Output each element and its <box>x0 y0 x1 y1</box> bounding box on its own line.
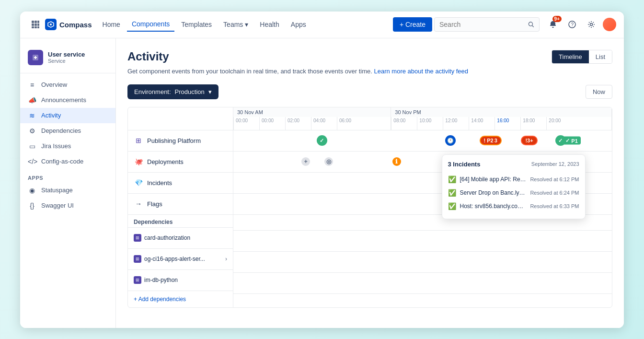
app-logo[interactable]: Compass <box>45 19 92 30</box>
timeline-labels: ⊞ Publishing Platform 🐙 Deployments 💎 In… <box>128 107 233 307</box>
event-deploy-add[interactable]: + <box>301 157 310 166</box>
gear-icon <box>587 21 595 28</box>
am-period-label: 30 Nov AM <box>233 107 391 117</box>
tooltip-item-2[interactable]: ✅ Server Drop on Banc.ly Fr... Resolved … <box>448 186 579 199</box>
svg-point-9 <box>50 23 52 25</box>
tick-1600: 16:00 <box>494 117 520 130</box>
nav-teams[interactable]: Teams ▾ <box>218 18 253 31</box>
nav-icons: 9+ ? <box>545 17 616 32</box>
settings-button[interactable] <box>584 17 599 32</box>
flags-icon: → <box>134 200 143 208</box>
svg-rect-5 <box>37 23 39 26</box>
top-nav: Compass Home Components Templates Teams … <box>20 12 624 38</box>
nav-templates[interactable]: Templates <box>176 18 217 31</box>
dep-og-label[interactable]: ⊞ og-ci16-apps-alert-ser... › <box>128 249 233 270</box>
learn-more-link[interactable]: Learn more about the activity feed <box>374 68 468 75</box>
p1-label: P1 <box>571 138 577 143</box>
svg-rect-7 <box>34 26 37 28</box>
sidebar-item-statuspage[interactable]: ◉ Statuspage <box>20 183 115 198</box>
pm-period-label: 30 Nov PM <box>391 107 611 117</box>
search-icon <box>528 21 534 28</box>
svg-rect-1 <box>34 21 37 23</box>
incidents-tooltip: 3 Incidents September 12, 2023 ✅ [64] Mo… <box>442 154 586 219</box>
event-incidents-badge[interactable]: !3+ <box>521 136 537 145</box>
swagger-icon: {} <box>28 202 36 210</box>
service-type: Service <box>48 58 85 64</box>
sidebar-item-dependencies[interactable]: ⚙ Dependencies <box>20 123 115 139</box>
timeline-rows: ✓ 🕐 ! P2 3 !3+ ✓ <box>233 130 612 294</box>
sidebar-item-activity[interactable]: ≋ Activity <box>20 108 115 123</box>
tick-1400: 14:00 <box>469 117 494 130</box>
timeline-header: 30 Nov AM 00:00 00:00 02:00 04:00 06:00 <box>233 107 612 130</box>
help-button[interactable]: ? <box>564 17 580 32</box>
sidebar-item-overview[interactable]: ≡ Overview <box>20 77 115 93</box>
tooltip-item-3[interactable]: ✅ Host: srv856.bancly.com... Resolved at… <box>448 199 579 213</box>
tooltip-date: September 12, 2023 <box>531 161 579 167</box>
notification-badge: 9+ <box>552 16 562 22</box>
dep-im-db-icon: ⊞ <box>134 276 141 284</box>
jira-icon: ▭ <box>28 142 36 150</box>
notification-bell-button[interactable]: 9+ <box>545 17 561 32</box>
nav-health[interactable]: Health <box>255 18 284 31</box>
now-button[interactable]: Now <box>586 85 612 99</box>
tick-0200: 02:00 <box>285 117 311 130</box>
dep-og-icon: ⊞ <box>134 255 141 263</box>
env-row: Environment: Production ▾ Now <box>127 84 612 99</box>
dep-card-auth-icon: ⊞ <box>134 234 141 242</box>
event-green-check-1[interactable]: ✓ <box>317 135 327 146</box>
incident-resolved-1: Resolved at 6:12 PM <box>530 176 579 182</box>
svg-rect-8 <box>37 26 39 28</box>
dep-card-auth-label[interactable]: ⊞ card-authorization <box>128 228 233 249</box>
tick-2000: 20:00 <box>546 117 572 130</box>
dep-arrow-icon: › <box>225 256 227 262</box>
publishing-platform-row: ✓ 🕐 ! P2 3 !3+ ✓ <box>233 130 612 152</box>
tooltip-item-1[interactable]: ✅ [64] Mobile app API: Requ... Resolved … <box>448 173 579 186</box>
add-dependencies-button[interactable]: + Add dependencies <box>128 291 233 307</box>
deployments-label[interactable]: 🐙 Deployments <box>128 152 233 173</box>
p2-label: ! P2 <box>484 138 494 143</box>
nav-components[interactable]: Components <box>127 17 174 32</box>
event-p2-badge[interactable]: ! P2 3 <box>480 136 502 145</box>
sidebar-item-config[interactable]: </> Config-as-code <box>20 154 115 169</box>
avatar[interactable] <box>603 18 616 31</box>
logo-icon <box>45 19 57 30</box>
svg-text:?: ? <box>571 22 574 27</box>
event-deploy-info[interactable]: ℹ <box>392 157 401 166</box>
sidebar-item-jira-issues[interactable]: ▭ Jira Issues <box>20 139 115 154</box>
incident-resolved-2: Resolved at 6:24 PM <box>530 190 579 196</box>
content-area: Activity Timeline List Get component eve… <box>116 38 624 328</box>
sidebar-item-announcements[interactable]: 📣 Announcements <box>20 93 115 108</box>
timeline-container: ⊞ Publishing Platform 🐙 Deployments 💎 In… <box>127 107 612 308</box>
am-period: 30 Nov AM 00:00 00:00 02:00 04:00 06:00 <box>233 107 391 130</box>
overview-icon: ≡ <box>28 81 36 89</box>
svg-rect-3 <box>32 23 34 26</box>
svg-rect-2 <box>37 21 39 23</box>
sidebar-item-swagger[interactable]: {} Swagger UI <box>20 198 115 213</box>
pm-ticks: 08:00 10:00 12:00 14:00 16:00 18:00 20:0… <box>391 117 611 130</box>
activity-subtitle: Get component events from your toolchain… <box>127 68 612 75</box>
flags-label[interactable]: → Flags <box>128 194 233 215</box>
label-header <box>128 107 233 130</box>
list-view-button[interactable]: List <box>589 50 612 63</box>
tick-0000: 00:00 <box>233 117 259 130</box>
search-input[interactable] <box>439 21 525 28</box>
event-deploy-circle[interactable]: ◎ <box>324 157 333 166</box>
dep-im-db-label[interactable]: ⊞ im-db-python <box>128 270 233 291</box>
publishing-platform-label[interactable]: ⊞ Publishing Platform <box>128 130 233 152</box>
create-button[interactable]: + Create <box>393 17 432 32</box>
incidents-label[interactable]: 💎 Incidents <box>128 173 233 194</box>
nav-home[interactable]: Home <box>98 18 125 31</box>
p1-check: ✓ <box>565 138 570 144</box>
grid-icon[interactable] <box>28 17 43 32</box>
environment-dropdown[interactable]: Environment: Production ▾ <box>127 84 218 99</box>
dependencies-icon: ⚙ <box>28 127 36 135</box>
event-blue-clock[interactable]: 🕐 <box>445 135 456 146</box>
sidebar-service-header: User service Service <box>20 46 115 73</box>
tick-0400: 04:00 <box>311 117 337 130</box>
tick-0800: 08:00 <box>391 117 417 130</box>
timeline-view-button[interactable]: Timeline <box>552 50 589 63</box>
nav-apps[interactable]: Apps <box>286 18 311 31</box>
event-p1-badge[interactable]: ✓ P1 <box>563 137 580 145</box>
incident-check-2: ✅ <box>448 189 456 197</box>
dep-row-3 <box>233 273 612 294</box>
